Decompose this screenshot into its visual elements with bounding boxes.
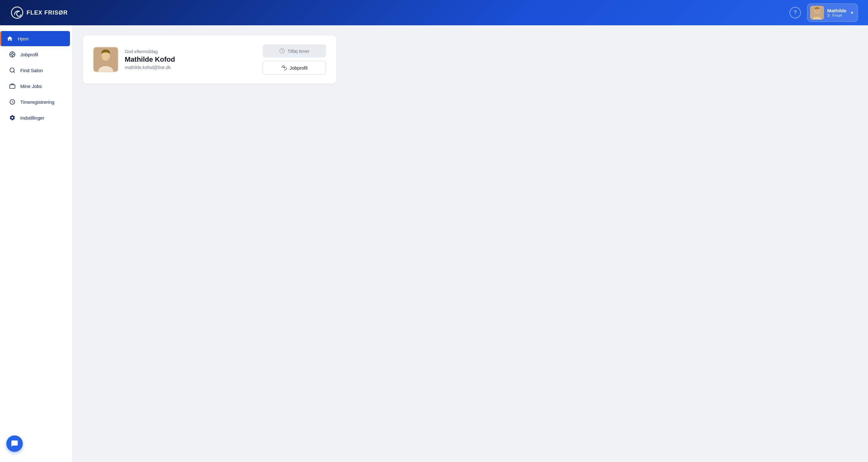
- scissors-icon: [827, 13, 831, 18]
- sidebar-label-mine-jobs: Mine Jobs: [20, 84, 42, 89]
- profile-left: God eftermiddag Mathilde Kofod mathilde.…: [93, 47, 175, 72]
- sidebar-label-timeregistrering: Timeregistrering: [20, 99, 55, 105]
- svg-line-16: [13, 71, 15, 73]
- user-badge[interactable]: Mathilde Frisør ▾: [807, 3, 858, 22]
- main-content: God eftermiddag Mathilde Kofod mathilde.…: [73, 25, 868, 462]
- home-icon: [6, 35, 13, 42]
- jobprofil-label: Jobprofil: [290, 65, 308, 71]
- header-right: ? Mathilde: [789, 3, 858, 22]
- sidebar-label-jobprofil: Jobprofil: [20, 52, 38, 57]
- svg-point-4: [828, 14, 829, 15]
- sidebar-item-timeregistrering[interactable]: Timeregistrering: [3, 94, 70, 109]
- sidebar-item-mine-jobs[interactable]: Mine Jobs: [3, 78, 70, 94]
- sidebar-item-indstillinger[interactable]: Indstillinger: [3, 110, 70, 125]
- briefcase-icon: [9, 82, 16, 90]
- svg-point-5: [828, 16, 829, 17]
- sidebar-item-hjem[interactable]: Hjem: [0, 31, 70, 46]
- profile-name: Mathilde Kofod: [125, 55, 175, 64]
- sidebar-label-find-salon: Find Salon: [20, 68, 43, 73]
- clock-icon: [9, 98, 16, 105]
- profile-card: God eftermiddag Mathilde Kofod mathilde.…: [83, 35, 336, 84]
- search-icon: [9, 67, 16, 74]
- fingerprint-icon: [281, 65, 287, 71]
- logo-text: FLEX FRISØR: [27, 9, 68, 16]
- main-layout: Hjem Jobprofil: [0, 25, 868, 462]
- sidebar-item-find-salon[interactable]: Find Salon: [3, 63, 70, 78]
- svg-line-8: [829, 15, 829, 15]
- profile-email: mathilde.kofod@live.dk: [125, 65, 175, 70]
- sidebar-label-indstillinger: Indstillinger: [20, 115, 44, 121]
- clock-small-icon: [279, 48, 285, 54]
- add-hours-label: Tilføj timer: [287, 48, 309, 54]
- greeting: God eftermiddag: [125, 49, 175, 54]
- help-icon[interactable]: ?: [789, 7, 801, 19]
- network-icon: [9, 51, 16, 58]
- header: FLEX FRISØR ? Mathilde: [0, 0, 868, 25]
- avatar: [810, 6, 824, 20]
- chat-icon: [11, 440, 18, 448]
- svg-point-15: [10, 68, 14, 72]
- logo: FLEX FRISØR: [10, 6, 68, 20]
- user-role: Frisør: [827, 13, 846, 18]
- profile-avatar: [93, 47, 118, 72]
- profile-actions: Tilføj timer Jobprofil: [263, 44, 326, 75]
- sidebar: Hjem Jobprofil: [0, 25, 73, 462]
- chevron-down-icon: ▾: [851, 10, 853, 15]
- svg-rect-17: [10, 85, 15, 89]
- svg-line-7: [829, 16, 830, 17]
- user-name-header: Mathilde: [827, 8, 846, 13]
- jobprofil-button[interactable]: Jobprofil: [263, 61, 326, 75]
- svg-point-3: [815, 8, 819, 13]
- svg-point-22: [284, 67, 285, 68]
- chat-button[interactable]: [6, 435, 23, 452]
- profile-info: God eftermiddag Mathilde Kofod mathilde.…: [125, 49, 175, 70]
- sidebar-label-hjem: Hjem: [18, 36, 29, 41]
- gear-icon: [9, 114, 16, 121]
- logo-icon: [10, 6, 24, 20]
- sidebar-item-jobprofil[interactable]: Jobprofil: [3, 47, 70, 62]
- svg-point-9: [11, 54, 13, 56]
- user-info: Mathilde Frisør: [827, 8, 846, 18]
- add-hours-button[interactable]: Tilføj timer: [263, 44, 326, 58]
- nav-items: Hjem Jobprofil: [0, 30, 72, 430]
